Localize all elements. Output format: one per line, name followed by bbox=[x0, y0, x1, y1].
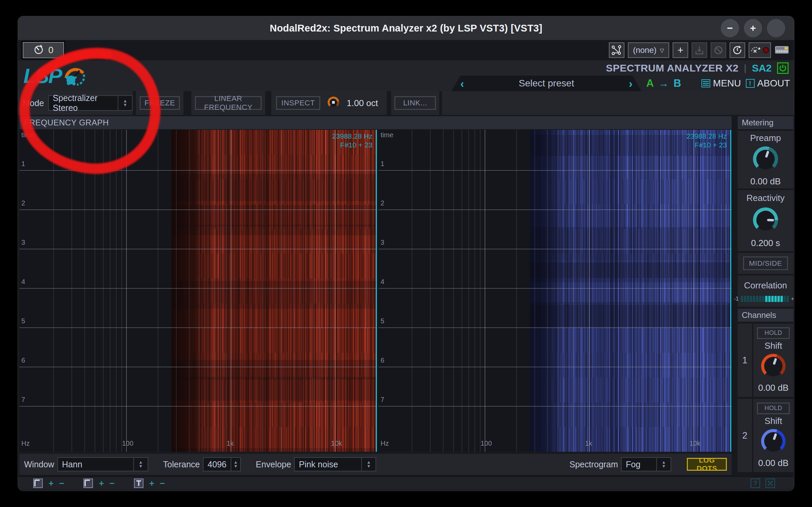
inspect-button[interactable]: INSPECT bbox=[276, 96, 320, 110]
correlation-segment bbox=[765, 296, 768, 302]
spectrogram-channel-2[interactable]: 1234567timeHz1001k10k23988.28 HzF#10 + 2… bbox=[379, 130, 732, 452]
correlation-segment bbox=[787, 296, 789, 302]
linear-frequency-button[interactable]: LINEAR FREQUENCY bbox=[195, 96, 262, 110]
link-button[interactable]: LINK... bbox=[394, 96, 436, 110]
mode-value: Spectralizer Stereo bbox=[49, 96, 118, 110]
channel-2-hold-button[interactable]: HOLD bbox=[757, 403, 790, 414]
status-bar: + − + − + − ? bbox=[18, 476, 794, 490]
channel-2-shift-knob[interactable] bbox=[760, 428, 787, 456]
spinner-icon[interactable]: ▲▼ bbox=[361, 458, 375, 471]
spinner-icon[interactable]: ▲▼ bbox=[231, 458, 240, 471]
preset-next-button[interactable]: › bbox=[629, 78, 633, 89]
envelope-dropdown[interactable]: Pink noise ▲▼ bbox=[294, 457, 376, 471]
spinner-icon[interactable]: ▲▼ bbox=[133, 458, 148, 471]
correlation-segment bbox=[756, 296, 758, 302]
correlation-segment bbox=[762, 296, 765, 302]
panel-icon[interactable] bbox=[83, 478, 93, 488]
reset-button[interactable] bbox=[730, 42, 745, 58]
graphs-row: 1234567timeHz1001k10k23988.28 HzF#10 + 2… bbox=[19, 130, 732, 452]
meter-record-button[interactable] bbox=[749, 42, 771, 58]
ab-compare-b[interactable]: B bbox=[674, 77, 681, 89]
window-function-dropdown[interactable]: Hann ▲▼ bbox=[57, 457, 148, 471]
power-button[interactable] bbox=[777, 62, 789, 74]
preamp-knob[interactable] bbox=[752, 145, 779, 174]
midside-button[interactable]: MID/SIDE bbox=[743, 257, 788, 270]
maximize-button[interactable]: + bbox=[744, 19, 762, 37]
metering-header: Metering bbox=[738, 116, 793, 129]
add-preset-button[interactable]: + bbox=[673, 42, 688, 58]
menu-button[interactable]: MENU bbox=[701, 78, 741, 89]
add-button[interactable]: + bbox=[99, 479, 104, 488]
preset-prev-button[interactable]: ‹ bbox=[460, 78, 464, 89]
freeze-button[interactable]: FREEZE bbox=[140, 96, 180, 110]
correlation-segment bbox=[750, 296, 752, 302]
correlation-max: +1 bbox=[791, 296, 794, 302]
help-button[interactable]: ? bbox=[751, 479, 760, 488]
product-name: SPECTRUM ANALYZER X2 bbox=[606, 62, 738, 74]
dropdown-arrow-icon: ▽ bbox=[660, 47, 664, 54]
product-header: SPECTRUM ANALYZER X2 | SA2 bbox=[606, 62, 789, 74]
freeze-group: FREEZE bbox=[136, 91, 183, 115]
reactivity-knob[interactable] bbox=[752, 206, 779, 235]
host-preset-dropdown[interactable]: (none) ▽ bbox=[628, 42, 669, 58]
disable-button[interactable] bbox=[711, 42, 726, 58]
host-preset-value: (none) bbox=[633, 45, 656, 55]
mode-dropdown[interactable]: Spectralizer Stereo ▲▼ bbox=[48, 95, 133, 111]
preamp-group: Preamp 0.00 dB bbox=[738, 131, 793, 188]
spinner-icon[interactable]: ▲▼ bbox=[118, 96, 132, 110]
resize-button[interactable] bbox=[766, 479, 775, 488]
panel-icon[interactable] bbox=[33, 478, 43, 488]
correlation-segment bbox=[780, 296, 783, 302]
spinner-icon[interactable]: ▲▼ bbox=[656, 458, 671, 471]
preamp-label: Preamp bbox=[750, 133, 781, 143]
spectrogram-canvas-2[interactable] bbox=[379, 130, 732, 452]
preset-name[interactable]: Select preset bbox=[464, 78, 629, 89]
undo-count: 0 bbox=[48, 45, 53, 56]
channel-1-shift-knob[interactable] bbox=[760, 352, 787, 381]
mode-row-filler bbox=[442, 91, 794, 115]
import-button[interactable] bbox=[692, 42, 707, 58]
log-dots-button[interactable]: LOG DOTS bbox=[687, 458, 727, 471]
spectrogram-mode-dropdown[interactable]: Fog ▲▼ bbox=[621, 457, 671, 471]
add-button[interactable]: + bbox=[49, 479, 54, 488]
routing-graph-button[interactable] bbox=[609, 42, 624, 58]
mode-group: Mode Spectralizer Stereo ▲▼ bbox=[18, 91, 133, 115]
mode-row: Mode Spectralizer Stereo ▲▼ FREEZE LINEA… bbox=[18, 91, 794, 115]
add-button[interactable]: + bbox=[149, 479, 154, 488]
hamburger-menu-icon bbox=[701, 79, 710, 87]
ab-compare-a[interactable]: A bbox=[646, 77, 654, 89]
metering-column: Metering Preamp 0.00 dB Reactivity 0.200… bbox=[738, 116, 793, 475]
channel-2-shift-value: 0.00 dB bbox=[758, 458, 789, 468]
midside-group: MID/SIDE bbox=[738, 253, 793, 274]
remove-button[interactable]: − bbox=[110, 479, 115, 488]
inspect-group: INSPECT 1.00 oct bbox=[271, 91, 387, 115]
menu-label: MENU bbox=[713, 78, 741, 89]
correlation-group: Correlation -1 +1 bbox=[738, 276, 793, 307]
linear-frequency-group: LINEAR FREQUENCY bbox=[191, 91, 265, 115]
gauge-bypass-icon bbox=[751, 46, 761, 55]
remove-button[interactable]: − bbox=[160, 479, 165, 488]
power-icon bbox=[779, 64, 787, 72]
channel-2-shift-label: Shift bbox=[765, 416, 782, 426]
channel-1-hold-button[interactable]: HOLD bbox=[757, 327, 790, 339]
correlation-segments bbox=[741, 296, 789, 302]
correlation-segment bbox=[744, 296, 746, 302]
ab-copy-arrow-icon[interactable]: → bbox=[659, 78, 669, 89]
link-group: LINK... bbox=[391, 91, 439, 115]
remove-button[interactable]: − bbox=[59, 479, 64, 488]
record-dot-icon bbox=[763, 47, 769, 53]
text-tool-icon[interactable] bbox=[134, 478, 144, 488]
inspect-range-knob[interactable] bbox=[326, 95, 341, 111]
tolerance-dropdown[interactable]: 4096 ▲▼ bbox=[203, 457, 241, 471]
minimize-button[interactable]: − bbox=[721, 19, 739, 37]
spectrogram-canvas-1[interactable] bbox=[19, 130, 377, 452]
reactivity-label: Reactivity bbox=[747, 193, 785, 203]
envelope-value: Pink noise bbox=[295, 458, 361, 471]
keyboard-icon[interactable] bbox=[774, 44, 789, 56]
spectrogram-channel-1[interactable]: 1234567timeHz1001k10k23988.28 HzF#10 + 2… bbox=[19, 130, 377, 452]
about-button[interactable]: ! ABOUT bbox=[746, 78, 790, 89]
close-button[interactable] bbox=[767, 19, 785, 37]
tolerance-label: Tolerance bbox=[163, 460, 200, 469]
undo-history-button[interactable]: 0 bbox=[23, 42, 64, 58]
window-controls: − + bbox=[721, 19, 785, 37]
